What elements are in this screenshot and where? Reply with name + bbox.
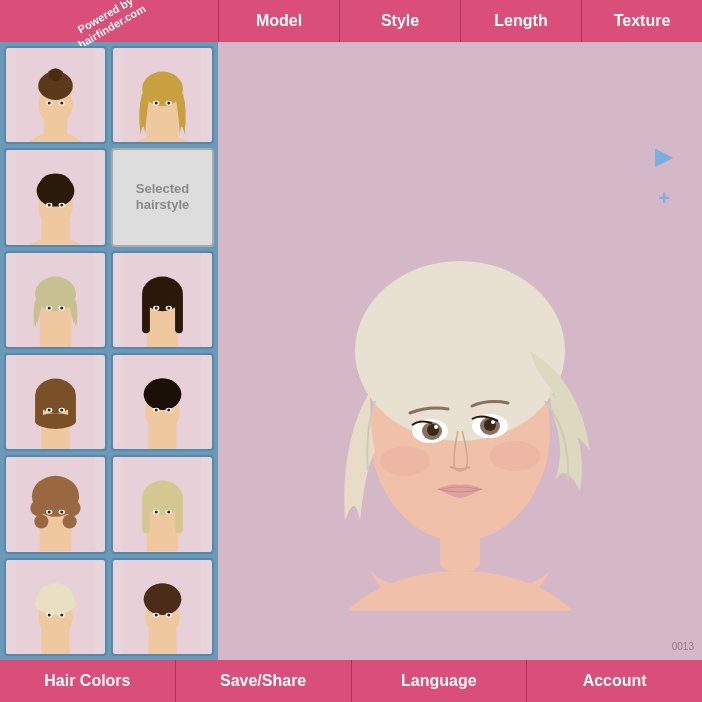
svg-point-6 [49, 68, 62, 81]
svg-point-18 [155, 101, 158, 104]
svg-rect-54 [68, 396, 76, 424]
svg-point-89 [167, 511, 170, 514]
arrow-right[interactable]: ▶ [655, 144, 672, 170]
svg-point-121 [380, 446, 430, 476]
svg-point-75 [63, 515, 77, 529]
top-navigation: Powered by hairfinder.com Model Style Le… [0, 0, 702, 42]
svg-point-98 [60, 613, 63, 616]
watermark: 0013 [672, 641, 694, 652]
svg-point-106 [155, 613, 158, 616]
tab-style[interactable]: Style [339, 0, 460, 42]
svg-point-46 [155, 306, 158, 309]
svg-point-28 [48, 204, 51, 207]
hairstyle-thumb-9[interactable] [4, 455, 107, 553]
svg-rect-42 [142, 294, 150, 333]
svg-point-47 [167, 306, 170, 309]
svg-point-58 [60, 408, 63, 411]
hairstyle-thumb-12[interactable] [111, 558, 214, 656]
svg-point-79 [60, 511, 63, 514]
svg-point-78 [48, 511, 51, 514]
svg-point-73 [65, 501, 81, 517]
model-svg [270, 91, 650, 611]
tab-account[interactable]: Account [527, 660, 702, 702]
nav-tabs: Model Style Length Texture [218, 0, 702, 42]
tab-length[interactable]: Length [460, 0, 581, 42]
svg-point-94 [35, 594, 76, 613]
svg-point-36 [48, 306, 51, 309]
svg-rect-85 [175, 498, 183, 533]
hairstyle-thumb-3[interactable] [4, 148, 107, 246]
svg-point-67 [167, 408, 170, 411]
tab-hair-colors[interactable]: Hair Colors [0, 660, 176, 702]
selected-label: Selected hairstyle [113, 181, 212, 215]
tab-model[interactable]: Model [218, 0, 339, 42]
svg-point-72 [30, 501, 46, 517]
svg-point-29 [60, 204, 63, 207]
hairstyle-thumb-8[interactable] [111, 353, 214, 451]
bottom-navigation: Hair Colors Save/Share Language Account [0, 660, 702, 702]
svg-point-103 [147, 583, 178, 605]
svg-point-10 [60, 101, 63, 104]
svg-point-66 [155, 408, 158, 411]
svg-point-74 [34, 515, 48, 529]
svg-point-57 [48, 408, 51, 411]
hairstyle-thumb-6[interactable] [111, 251, 214, 349]
svg-point-88 [155, 511, 158, 514]
logo-area: Powered by hairfinder.com [0, 0, 218, 42]
hairstyle-thumb-11[interactable] [4, 558, 107, 656]
hairstyle-thumb-selected[interactable]: Selected hairstyle [111, 148, 214, 246]
tab-language[interactable]: Language [352, 660, 528, 702]
hairstyle-thumb-1[interactable] [4, 46, 107, 144]
hairstyle-thumb-5[interactable] [4, 251, 107, 349]
svg-rect-53 [35, 396, 43, 424]
svg-point-97 [48, 613, 51, 616]
svg-point-19 [167, 101, 170, 104]
svg-point-25 [40, 174, 71, 196]
hairstyle-thumb-7[interactable] [4, 353, 107, 451]
svg-point-122 [490, 441, 540, 471]
svg-point-120 [491, 420, 495, 424]
svg-rect-84 [142, 498, 150, 533]
svg-point-37 [60, 306, 63, 309]
svg-point-107 [167, 613, 170, 616]
hairstyle-thumb-10[interactable] [111, 455, 214, 553]
zoom-plus[interactable]: + [658, 187, 670, 210]
svg-point-9 [48, 101, 51, 104]
model-portrait [270, 91, 650, 611]
sidebar: Selected hairstyle [0, 42, 218, 660]
tab-texture[interactable]: Texture [581, 0, 702, 42]
main-content: Selected hairstyle [0, 42, 702, 660]
svg-rect-43 [175, 294, 183, 333]
svg-point-119 [434, 425, 438, 429]
preview-area: ▲ ◀ Reset ▶ ▼ − + [218, 42, 702, 660]
svg-point-63 [147, 379, 178, 401]
tab-save-share[interactable]: Save/Share [176, 660, 352, 702]
hairstyle-thumb-2[interactable] [111, 46, 214, 144]
